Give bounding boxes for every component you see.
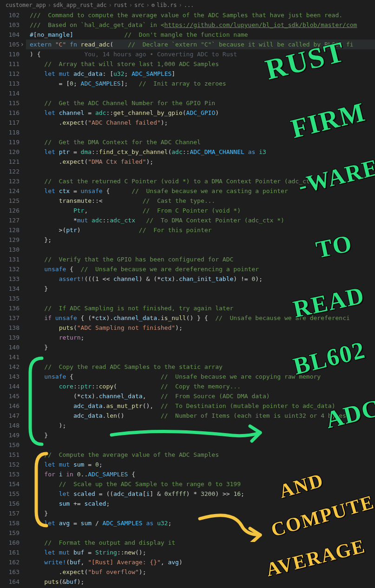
line-number: 126 <box>0 206 20 215</box>
line-number: 155 <box>0 489 20 499</box>
code-line[interactable]: // If ADC Sampling is not finished, try … <box>26 303 375 313</box>
line-number: 161 <box>0 548 20 557</box>
code-line[interactable]: }; <box>26 235 375 245</box>
line-number: 105 <box>0 40 20 49</box>
breadcrumb-item[interactable]: src <box>134 2 145 8</box>
code-line[interactable]: = [0; ADC_SAMPLES]; // Init array to zer… <box>26 79 375 88</box>
code-line[interactable]: let avg = sum / ADC_SAMPLES as u32; <box>26 518 375 528</box>
code-line[interactable]: let ptr = dma::find_ctx_by_channel(adc::… <box>26 147 375 157</box>
code-line[interactable]: // Get the DMA Context for the ADC Chann… <box>26 137 375 147</box>
code-line[interactable]: // Compute the average value of the ADC … <box>26 450 375 460</box>
line-number: 111 <box>0 59 20 69</box>
line-number: 137 <box>0 313 20 323</box>
code-line[interactable]: assert!(((1 << channel) & (*ctx).chan_in… <box>26 274 375 284</box>
line-number: 122 <box>0 167 20 176</box>
code-line[interactable]: >(ptr) // For this pointer <box>26 225 375 235</box>
line-number: 150 <box>0 440 20 450</box>
code-line[interactable]: transmute::< // Cast the type... <box>26 196 375 206</box>
line-number: 117 <box>0 118 20 127</box>
code-line[interactable]: puts(&buf); <box>26 577 375 587</box>
code-editor[interactable]: 1021031041051101111121131141151161171181… <box>0 10 375 588</box>
code-line[interactable]: return; <box>26 333 375 342</box>
code-line[interactable]: } <box>26 430 375 440</box>
code-line[interactable] <box>26 88 375 98</box>
breadcrumb-item[interactable]: customer_app <box>6 2 46 8</box>
chevron-right-icon: › <box>109 2 112 8</box>
line-number: 114 <box>0 88 20 98</box>
chevron-right-icon: › <box>48 2 51 8</box>
code-line[interactable] <box>26 167 375 176</box>
line-number: 124 <box>0 186 20 196</box>
code-line[interactable]: // Scale up the ADC Sample to the range … <box>26 479 375 489</box>
code-line[interactable]: sum += scaled; <box>26 499 375 508</box>
line-number: 125 <box>0 196 20 206</box>
line-number: 103 <box>0 20 20 30</box>
code-line[interactable]: #[no_mangle] // Don't mangle the functio… <box>26 30 375 40</box>
line-number: 129 <box>0 235 20 245</box>
code-line[interactable] <box>26 352 375 362</box>
line-number: 123 <box>0 176 20 186</box>
code-line[interactable]: (*ctx).channel_data, // From Source (ADC… <box>26 391 375 401</box>
code-line[interactable]: } <box>26 342 375 352</box>
code-area[interactable]: /// Command to compute the average value… <box>26 10 375 588</box>
code-line[interactable]: /// Command to compute the average value… <box>26 10 375 20</box>
code-line[interactable] <box>26 294 375 303</box>
line-number: 140 <box>0 342 20 352</box>
line-number: 162 <box>0 557 20 567</box>
breadcrumb-item[interactable]: rust <box>114 2 127 8</box>
code-line[interactable] <box>26 528 375 538</box>
code-line[interactable]: // Array that will store last 1,000 ADC … <box>26 59 375 69</box>
code-line[interactable]: unsafe { // Unsafe because we are copyin… <box>26 372 375 381</box>
line-number: 127 <box>0 215 20 225</box>
code-line[interactable]: let mut adc_data: [u32; ADC_SAMPLES] <box>26 69 375 79</box>
code-line[interactable]: *mut adc::adc_ctx // To DMA Context Poin… <box>26 215 375 225</box>
code-line[interactable]: /// Based on `hal_adc_get_data` in <http… <box>26 20 375 30</box>
line-number: 120 <box>0 147 20 157</box>
code-line[interactable]: let channel = adc::get_channel_by_gpio(A… <box>26 108 375 118</box>
code-line[interactable]: let mut buf = String::new(); <box>26 548 375 557</box>
code-line[interactable] <box>26 245 375 254</box>
breadcrumb-item[interactable]: lib.rs <box>157 2 177 8</box>
code-line[interactable]: adc_data.as_mut_ptr(), // To Destination… <box>26 401 375 411</box>
line-number: 152 <box>0 460 20 469</box>
code-line[interactable]: let scaled = ((adc_data[i] & 0xffff) * 3… <box>26 489 375 499</box>
code-line[interactable]: extern "C" fn read_adc( // Declare `exte… <box>26 40 375 49</box>
code-line[interactable]: unsafe { // Unsafe because we are derefe… <box>26 264 375 274</box>
code-line[interactable]: // Format the output and display it <box>26 538 375 548</box>
code-line[interactable]: ); <box>26 421 375 430</box>
code-line[interactable]: } <box>26 284 375 294</box>
line-number: 113 <box>0 79 20 88</box>
breadcrumb-item[interactable]: ... <box>184 2 194 8</box>
line-number: 119 <box>0 137 20 147</box>
code-line[interactable]: // Cast the returned C Pointer (void *) … <box>26 176 375 186</box>
code-line[interactable]: let ctx = unsafe { // Unsafe because we … <box>26 186 375 196</box>
line-number: 142 <box>0 362 20 372</box>
line-number: 116 <box>0 108 20 118</box>
code-line[interactable]: write!(buf, "[Rust] Average: {}", avg) <box>26 557 375 567</box>
code-line[interactable]: .expect("buf overflow"); <box>26 567 375 577</box>
code-line[interactable]: // Copy the read ADC Samples to the stat… <box>26 362 375 372</box>
chevron-right-icon: › <box>129 2 132 8</box>
code-line[interactable]: if unsafe { (*ctx).channel_data.is_null(… <box>26 313 375 323</box>
code-line[interactable] <box>26 440 375 450</box>
code-line[interactable]: } <box>26 508 375 518</box>
line-number: 145 <box>0 391 20 401</box>
code-line[interactable]: ) { You, 14 hours ago • Converting ADC t… <box>26 49 375 59</box>
code-line[interactable]: .expect("ADC Channel failed"); <box>26 118 375 127</box>
code-line[interactable]: let mut sum = 0; <box>26 460 375 469</box>
code-line[interactable] <box>26 127 375 137</box>
line-number: 133 <box>0 274 20 284</box>
code-line[interactable]: adc_data.len() // Number of Items (each … <box>26 411 375 421</box>
code-line[interactable]: Ptr, // From C Pointer (void *) <box>26 206 375 215</box>
code-line[interactable]: puts("ADC Sampling not finished"); <box>26 323 375 333</box>
code-line[interactable]: // Verify that the GPIO has been configu… <box>26 254 375 264</box>
code-line[interactable]: .expect("DMA Ctx failed"); <box>26 157 375 167</box>
breadcrumb-item[interactable]: sdk_app_rust_adc <box>53 2 107 8</box>
line-number: 149 <box>0 430 20 440</box>
line-number: 128 <box>0 225 20 235</box>
code-line[interactable]: core::ptr::copy( // Copy the memory... <box>26 381 375 391</box>
code-line[interactable]: for i in 0..ADC_SAMPLES { <box>26 469 375 479</box>
code-line[interactable]: // Get the ADC Channel Number for the GP… <box>26 98 375 108</box>
line-number: 157 <box>0 508 20 518</box>
breadcrumb[interactable]: customer_app › sdk_app_rust_adc › rust ›… <box>0 0 375 10</box>
